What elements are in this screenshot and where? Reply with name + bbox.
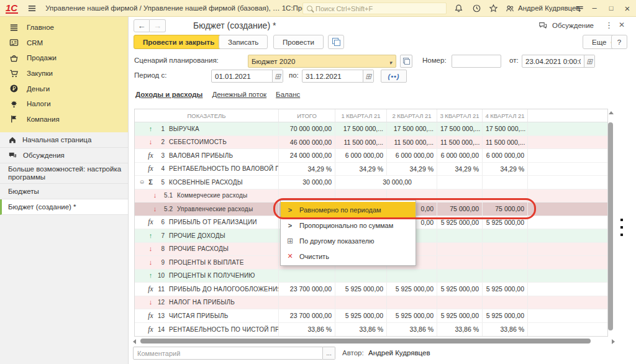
sidebar-item-budgets[interactable]: Бюджеты [0,184,128,199]
table-row[interactable]: 1ВЫРУЧКА 70 000 000,00 17 500 000,... 17… [135,122,607,136]
table-row[interactable]: 12НАЛОГ НА ПРИБЫЛЬ [135,296,607,310]
cell-merged[interactable]: 30 000,00 [335,176,437,189]
cell-q3[interactable] [437,176,483,189]
cell-total[interactable]: 23 700 000,00 [279,309,335,322]
period-to-field[interactable] [302,70,374,83]
contacts-button[interactable] [505,4,515,13]
menu-item-by-other-indicator[interactable]: По другому показателю [281,233,416,248]
cell-q3[interactable] [437,189,483,202]
comment-input[interactable] [134,350,322,357]
save-button[interactable]: Записать [219,35,268,49]
table-row[interactable]: 5КОСВЕННЫЕ РАСХОДЫ 30 000,00 30 000,00 [135,176,607,189]
cell-q2[interactable]: 5 925 000,00 [387,309,437,322]
period-from-input[interactable] [212,73,272,80]
calendar-icon[interactable] [272,70,283,82]
discussion-button[interactable]: Обсуждение [538,21,594,30]
cell-q1[interactable]: 17 500 000,... [335,122,387,135]
sidebar-item-sales[interactable]: Продажи [0,50,128,66]
cell-q4[interactable] [483,176,528,189]
minimize-button[interactable] [589,3,600,12]
notifications-button[interactable] [454,4,463,13]
cell-q3[interactable]: 5 925 000,00 [437,309,483,322]
cell-q4[interactable] [483,189,528,202]
history-button[interactable] [472,4,481,13]
horizontal-scroll-thumb[interactable] [140,339,591,344]
global-search[interactable] [302,2,447,14]
cell-q2[interactable]: 34,29 % [387,163,437,176]
scenario-input[interactable] [248,58,385,65]
table-row[interactable]: 4РЕНТАБЕЛЬНОСТЬ ПО ВАЛОВОЙ ПР... 34,29 %… [135,163,607,176]
close-window-button[interactable] [622,3,633,14]
table-row[interactable]: 3ВАЛОВАЯ ПРИБЫЛЬ 24 000 000,00 6 000 000… [135,149,607,163]
sidebar-item-money[interactable]: Деньги [0,81,128,96]
cell-total[interactable]: 46 000 000,00 [279,136,335,149]
service-menu-button[interactable] [575,4,584,13]
calendar-icon[interactable] [363,70,373,82]
sidebar-item-taxes[interactable]: Налоги [0,96,128,112]
table-row[interactable]: 14РЕНТАБЕЛЬНОСТЬ ПО ЧИСТОЙ ПР... 33,86 %… [135,323,607,337]
sidebar-item-company[interactable]: Компания [0,112,128,127]
cell-q2[interactable]: 6 000 000,00 [387,149,437,162]
table-row[interactable]: 11ПРИБЫЛЬ ДО НАЛОГООБЛОЖЕНИЯ 23 700 000,… [135,283,607,296]
cell-q1[interactable]: 34,29 % [335,163,387,176]
sidebar-item-discussions[interactable]: Обсуждения [0,148,128,163]
cell-q3[interactable]: 34,29 % [437,163,483,176]
help-button[interactable]: ? [611,35,627,49]
horizontal-scrollbar[interactable] [132,338,616,344]
cell-q1[interactable]: 5 925 000,00 [335,309,387,322]
menu-item-proportional-to-amounts[interactable]: Пропорционально по суммам [281,217,416,233]
post-button[interactable]: Провести [273,35,324,49]
sidebar-item-budget-new[interactable]: Бюджет (создание) * [0,199,128,215]
cell-q3[interactable]: 33,86 % [437,323,483,337]
cell-q3[interactable]: 5 925 000,00 [437,283,483,296]
cell-total[interactable]: 70 000 000,00 [279,122,335,135]
cell-q4[interactable]: 5 925 000,00 [483,283,528,296]
cell-q3[interactable]: 17 500 000,... [437,122,483,135]
comment-field[interactable] [133,347,323,360]
post-and-close-button[interactable]: Провести и закрыть [134,35,224,49]
maximize-button[interactable] [606,3,617,12]
cell-q3[interactable]: 5 925 000,00 [437,216,483,229]
calendar-icon[interactable] [584,55,594,67]
table-row[interactable]: 2СЕБЕСТОИМОСТЬ 46 000 000,00 11 500 000,… [135,136,607,150]
posting-structure-button[interactable] [328,35,344,49]
period-to-input[interactable] [302,73,363,80]
cell-q1[interactable]: 11 500 000,... [335,136,387,149]
cell-total[interactable]: 30 000,00 [279,176,335,189]
cell-q4[interactable]: 33,86 % [483,323,528,337]
scenario-field[interactable] [248,55,396,68]
cell-q1[interactable]: 33,86 % [335,323,387,337]
cell-q3[interactable]: 6 000 000,00 [437,149,483,162]
tab-income-expenses[interactable]: Доходы и расходы [135,91,202,98]
sidebar-item-crm[interactable]: CRM [0,35,128,51]
cell-q3[interactable]: 75 000,00 [437,202,483,216]
menu-item-evenly-by-periods[interactable]: Равномерно по периодам [281,202,416,217]
back-button[interactable] [134,19,150,32]
vertical-scrollbar[interactable] [608,122,613,330]
scroll-left-arrow[interactable] [133,339,136,344]
cell-q4[interactable]: 75 000,00 [483,202,528,216]
doc-date-field[interactable] [522,55,595,68]
favorites-button[interactable] [489,4,498,13]
cell-total[interactable]: 34,29 % [279,163,335,176]
cell-q2[interactable]: 11 500 000,... [387,136,437,149]
kebab-menu-icon[interactable] [605,20,613,30]
cell-q4[interactable]: 6 000 000,00 [483,149,528,162]
close-form-button[interactable] [619,20,625,29]
cell-q4[interactable]: 34,29 % [483,163,528,176]
cell-q2[interactable]: 17 500 000,... [387,122,437,135]
current-user[interactable]: Андрей Кудрявцев [518,4,580,12]
scenario-open-button[interactable] [400,55,412,68]
choose-period-button[interactable] [381,70,407,83]
cell-total[interactable]: 23 700 000,00 [279,283,335,296]
cell-total[interactable]: 24 000 000,00 [279,149,335,162]
cell-q4[interactable]: 11 500 000,... [483,136,528,149]
chevron-down-icon[interactable] [385,56,396,67]
main-menu-button[interactable] [27,4,37,13]
menu-item-clear[interactable]: Очистить [281,248,416,264]
number-input[interactable] [452,58,501,65]
cell-q2[interactable]: 5 925 000,00 [387,283,437,296]
sidebar-item-more-features[interactable]: Больше возможностей: настройка программы [0,163,128,184]
cell-total[interactable]: 33,86 % [279,323,335,337]
scroll-up-arrow[interactable] [609,111,614,114]
